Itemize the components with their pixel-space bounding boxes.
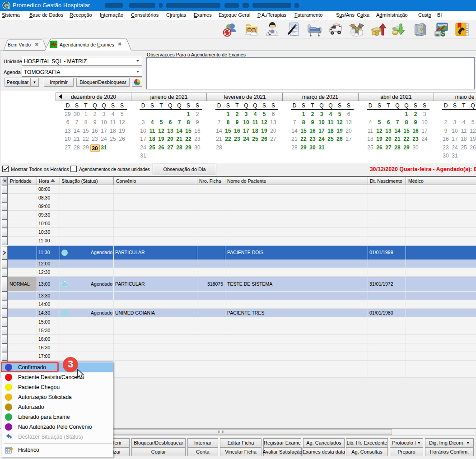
svg-text:$: $ [441,29,445,37]
